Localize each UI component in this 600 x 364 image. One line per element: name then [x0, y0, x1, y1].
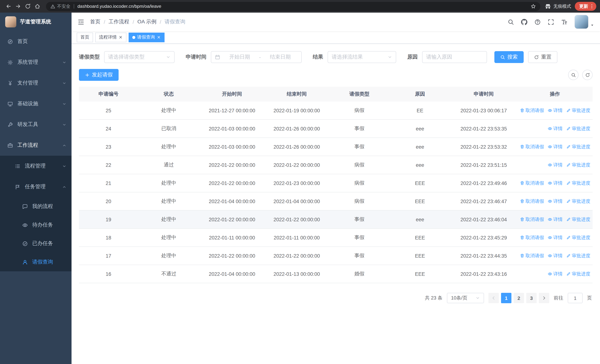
action-progress[interactable]: 审批进度 [566, 234, 590, 241]
address-bar[interactable]: 不安全 dashboard.yudao.iocoder.cn/bpm/oa/le… [46, 2, 540, 11]
sidebar-item-system[interactable]: 系统管理 [0, 52, 72, 73]
action-progress[interactable]: 审批进度 [566, 198, 590, 205]
action-cancel[interactable]: 取消请假 [520, 234, 544, 241]
action-label: 审批进度 [572, 144, 590, 150]
breadcrumb-item[interactable]: 首页 [90, 19, 100, 25]
action-cancel[interactable]: 取消请假 [520, 180, 544, 186]
home-icon [35, 3, 40, 9]
eye-icon [548, 126, 552, 131]
help-icon[interactable] [534, 19, 541, 25]
sidebar-item-todo-tasks[interactable]: 待办任务 [0, 216, 72, 234]
action-detail[interactable]: 详情 [548, 271, 562, 277]
action-cancel[interactable]: 取消请假 [520, 107, 544, 114]
action-progress[interactable]: 审批进度 [566, 107, 590, 114]
action-detail[interactable]: 详情 [548, 125, 562, 132]
reset-button[interactable]: 重置 [528, 51, 557, 63]
action-progress[interactable]: 审批进度 [566, 180, 590, 186]
home-button[interactable] [33, 1, 42, 11]
security-label[interactable]: 不安全 [57, 3, 70, 9]
action-progress[interactable]: 审批进度 [566, 162, 590, 168]
sidebar-logo[interactable]: 芋道管理系统 [0, 13, 72, 31]
action-detail[interactable]: 详情 [548, 144, 562, 150]
sidebar-item-workflow[interactable]: 工作流程 [0, 135, 72, 156]
page-button-3[interactable]: 3 [526, 293, 537, 303]
table-row[interactable]: 19处理中2022-01-22 00:00:002022-01-22 00:00… [79, 211, 593, 229]
page-size-select[interactable]: 10条/页 [447, 293, 484, 303]
sidebar-item-payment[interactable]: 支付管理 [0, 73, 72, 93]
date-range-picker[interactable]: 开始日期 - 结束日期 [211, 51, 302, 63]
page-button-1[interactable]: 1 [501, 293, 511, 303]
result-select[interactable]: 请选择流结果 [328, 51, 396, 63]
chevron-left-icon [491, 296, 496, 300]
toggle-search-button[interactable] [568, 70, 579, 80]
table-row[interactable]: 16不通过2022-01-04 00:00:002022-01-13 00:00… [79, 265, 593, 283]
back-icon [6, 3, 11, 9]
forward-button[interactable] [13, 1, 23, 11]
sidebar-item-devtools[interactable]: 研发工具 [0, 114, 72, 135]
fullscreen-icon[interactable] [548, 19, 554, 25]
font-size-icon[interactable] [561, 19, 567, 25]
table-row[interactable]: 20处理中2022-01-04 00:00:002022-01-04 00:00… [79, 192, 593, 211]
action-detail[interactable]: 详情 [548, 198, 562, 205]
next-page-button[interactable] [539, 293, 549, 303]
table-row[interactable]: 25处理中2021-12-27 00:00:002022-01-19 00:00… [79, 102, 593, 120]
table-row[interactable]: 23处理中2022-01-03 00:00:002022-01-26 00:00… [79, 138, 593, 156]
sidebar-item-task-mgmt[interactable]: 任务管理 [0, 177, 72, 197]
goto-page-input[interactable]: 1 [568, 293, 582, 303]
browser-update-button[interactable]: 更新 [575, 2, 596, 11]
tab-2[interactable]: 请假查询 [129, 32, 165, 42]
menu-dots-icon[interactable] [589, 4, 594, 9]
table-row[interactable]: 17处理中2022-01-22 00:00:002022-01-22 00:00… [79, 247, 593, 265]
table-row[interactable]: 24已取消2022-01-03 00:00:002022-01-26 00:00… [79, 120, 593, 138]
action-cancel[interactable]: 取消请假 [520, 198, 544, 205]
sidebar-item-process-mgmt[interactable]: 流程管理 [0, 156, 72, 177]
bookmark-star-icon[interactable] [531, 4, 536, 9]
start-date-input[interactable]: 开始日期 [222, 54, 257, 60]
back-button[interactable] [4, 1, 13, 11]
action-cancel[interactable]: 取消请假 [520, 253, 544, 259]
table-row[interactable]: 22通过2022-01-22 00:00:002022-01-22 00:00:… [79, 156, 593, 174]
end-date-input[interactable]: 结束日期 [263, 54, 298, 60]
header-search-icon[interactable] [508, 19, 514, 25]
breadcrumb-item[interactable]: 工作流程 [109, 19, 129, 25]
action-cancel[interactable]: 取消请假 [520, 216, 544, 223]
sidebar-item-home[interactable]: 首页 [0, 31, 72, 52]
action-progress[interactable]: 审批进度 [566, 271, 590, 277]
close-icon[interactable] [119, 35, 123, 39]
page-button-2[interactable]: 2 [514, 293, 524, 303]
action-detail[interactable]: 详情 [548, 234, 562, 241]
user-menu[interactable] [574, 15, 594, 29]
prev-page-button[interactable] [488, 293, 499, 303]
create-leave-button[interactable]: 发起请假 [79, 69, 119, 81]
action-detail[interactable]: 详情 [548, 162, 562, 168]
sidebar-item-my-process[interactable]: 我的流程 [0, 197, 72, 216]
action-detail[interactable]: 详情 [548, 253, 562, 259]
sidebar-item-done-tasks[interactable]: 已办任务 [0, 234, 72, 253]
sidebar-item-infrastructure[interactable]: 基础设施 [0, 93, 72, 114]
reload-button[interactable] [23, 1, 33, 11]
reason-input[interactable]: 请输入原因 [422, 51, 487, 63]
close-icon[interactable] [157, 35, 161, 39]
tab-label: 流程详情 [99, 34, 117, 40]
action-progress[interactable]: 审批进度 [566, 216, 590, 223]
cell-start: 2022-01-11 00:00:00 [200, 235, 264, 240]
breadcrumb-item[interactable]: OA 示例 [138, 19, 157, 25]
action-progress[interactable]: 审批进度 [566, 253, 590, 259]
action-detail[interactable]: 详情 [548, 107, 562, 114]
table-row[interactable]: 21处理中2022-01-22 00:00:002022-01-23 00:00… [79, 174, 593, 192]
action-detail[interactable]: 详情 [548, 216, 562, 223]
tab-0[interactable]: 首页 [77, 32, 93, 42]
pagination-total: 共 23 条 [425, 295, 442, 301]
action-cancel[interactable]: 取消请假 [520, 144, 544, 150]
tab-1[interactable]: 流程详情 [95, 32, 126, 42]
sidebar-collapse-icon[interactable] [77, 18, 84, 25]
table-row[interactable]: 18处理中2022-01-11 00:00:002022-01-11 00:00… [79, 229, 593, 247]
action-detail[interactable]: 详情 [548, 180, 562, 186]
github-icon[interactable] [521, 19, 527, 25]
search-button[interactable]: 搜索 [494, 51, 524, 63]
action-progress[interactable]: 审批进度 [566, 125, 590, 132]
sidebar-item-leave-query[interactable]: 请假查询 [0, 253, 72, 271]
leave-type-select[interactable]: 请选择请假类型 [104, 51, 175, 63]
refresh-table-button[interactable] [582, 70, 593, 80]
action-progress[interactable]: 审批进度 [566, 144, 590, 150]
